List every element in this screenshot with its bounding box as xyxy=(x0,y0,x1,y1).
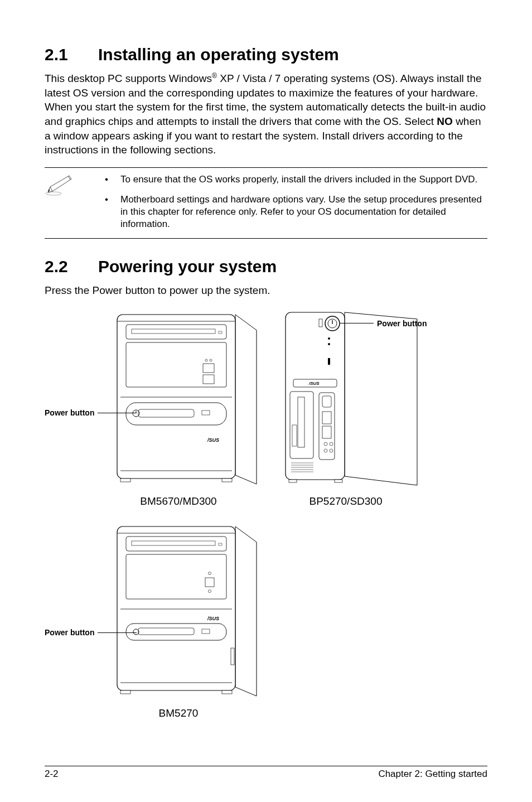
svg-rect-71 xyxy=(231,648,234,665)
section-number: 2.1 xyxy=(45,45,98,65)
svg-rect-17 xyxy=(126,403,226,425)
section-2-body: Press the Power button to power up the s… xyxy=(45,283,487,298)
note-item: • To ensure that the OS works properly, … xyxy=(105,173,487,186)
svg-marker-26 xyxy=(345,312,417,485)
svg-marker-5 xyxy=(235,315,257,484)
section-1-body: This desktop PC supports Windows® XP / V… xyxy=(45,71,487,157)
bullet-icon: • xyxy=(105,173,120,186)
note-content: • To ensure that the OS works properly, … xyxy=(88,168,487,238)
svg-rect-58 xyxy=(126,537,226,551)
svg-text:/SUS: /SUS xyxy=(207,437,219,443)
section-title: Installing an operating system xyxy=(98,45,339,65)
svg-rect-74 xyxy=(222,690,232,694)
figure-caption-bp5270: BP5270/SD300 xyxy=(290,495,402,508)
section-number: 2.2 xyxy=(45,257,98,277)
svg-rect-11 xyxy=(126,342,226,387)
svg-marker-1 xyxy=(48,176,71,192)
svg-rect-67 xyxy=(126,624,226,640)
svg-rect-61 xyxy=(126,554,226,599)
note-icon-cell xyxy=(45,168,88,206)
figures-area: /SUS Power button BM5670/MD300 xyxy=(45,308,487,793)
page-footer: 2-2 Chapter 2: Getting started xyxy=(45,766,487,780)
chapter-label: Chapter 2: Getting started xyxy=(378,769,487,780)
pc-tower-bm5670-illustration: /SUS xyxy=(107,308,263,492)
page: 2.1 Installing an operating system This … xyxy=(0,0,532,802)
bullet-icon: • xyxy=(105,194,120,230)
body-bold-no: NO xyxy=(437,115,453,127)
pc-slim-bp5270-illustration: /SUS xyxy=(279,308,424,492)
note-box: • To ensure that the OS works properly, … xyxy=(45,167,487,239)
body-text-part: This desktop PC supports Windows xyxy=(45,73,212,84)
leader-line xyxy=(340,323,374,323)
pc-tower-bm5270-illustration: /SUS xyxy=(107,520,263,704)
svg-rect-53 xyxy=(289,480,297,482)
page-number: 2-2 xyxy=(45,769,59,780)
note-text: To ensure that the OS works properly, in… xyxy=(120,173,487,186)
svg-marker-55 xyxy=(235,526,257,696)
svg-rect-54 xyxy=(335,480,342,482)
svg-rect-24 xyxy=(120,479,130,482)
figure-caption-bm5270: BM5270 xyxy=(128,707,229,719)
power-button-label: Power button xyxy=(45,628,94,637)
note-item: • Motherboard settings and hardware opti… xyxy=(105,194,487,230)
section-heading-installing-os: 2.1 Installing an operating system xyxy=(45,45,487,65)
leader-line xyxy=(98,413,137,413)
svg-rect-8 xyxy=(126,325,226,339)
svg-point-33 xyxy=(328,343,330,345)
power-button-label: Power button xyxy=(45,408,94,417)
power-button-label: Power button xyxy=(377,319,427,328)
svg-text:/SUS: /SUS xyxy=(207,616,219,621)
svg-rect-73 xyxy=(120,690,130,694)
figure-caption-bm5670: BM5670/MD300 xyxy=(123,495,234,508)
svg-text:/SUS: /SUS xyxy=(308,381,320,386)
svg-rect-34 xyxy=(328,358,330,365)
note-pencil-icon xyxy=(45,173,72,197)
svg-point-32 xyxy=(328,337,330,340)
section-heading-powering: 2.2 Powering your system xyxy=(45,257,487,277)
note-text: Motherboard settings and hardware option… xyxy=(120,194,487,230)
section-title: Powering your system xyxy=(98,257,277,277)
svg-rect-25 xyxy=(222,479,232,482)
leader-line xyxy=(98,632,137,633)
registered-symbol: ® xyxy=(212,72,217,80)
